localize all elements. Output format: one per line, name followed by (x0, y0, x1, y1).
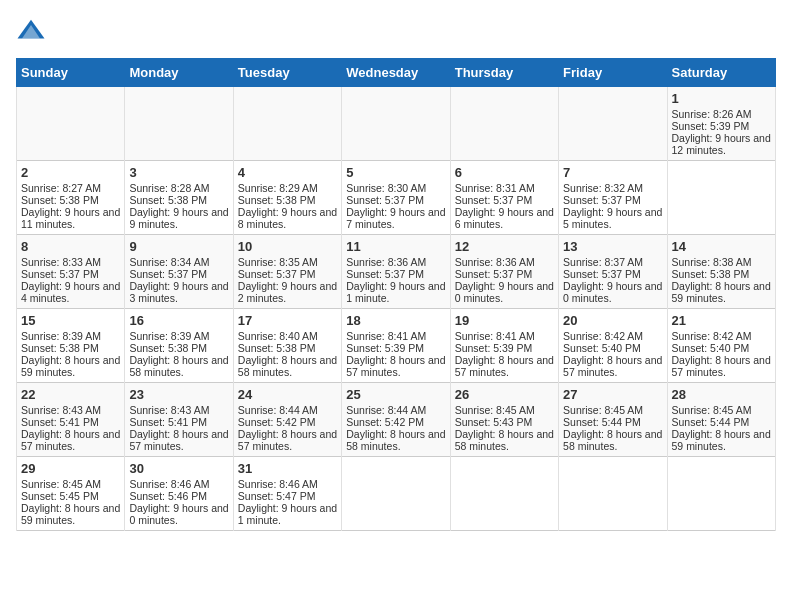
calendar-cell: 5Sunrise: 8:30 AMSunset: 5:37 PMDaylight… (342, 161, 450, 235)
page-header (16, 16, 776, 46)
calendar-cell: 3Sunrise: 8:28 AMSunset: 5:38 PMDaylight… (125, 161, 233, 235)
sunrise: Sunrise: 8:38 AM (672, 256, 752, 268)
sunrise: Sunrise: 8:45 AM (672, 404, 752, 416)
day-number: 16 (129, 313, 228, 328)
day-number: 13 (563, 239, 662, 254)
week-row-6: 29Sunrise: 8:45 AMSunset: 5:45 PMDayligh… (17, 457, 776, 531)
daylight: Daylight: 8 hours and 57 minutes. (346, 354, 445, 378)
daylight: Daylight: 8 hours and 57 minutes. (21, 428, 120, 452)
daylight: Daylight: 9 hours and 4 minutes. (21, 280, 120, 304)
daylight: Daylight: 8 hours and 58 minutes. (455, 428, 554, 452)
daylight: Daylight: 9 hours and 3 minutes. (129, 280, 228, 304)
calendar-cell (559, 457, 667, 531)
day-number: 15 (21, 313, 120, 328)
calendar-cell: 9Sunrise: 8:34 AMSunset: 5:37 PMDaylight… (125, 235, 233, 309)
daylight: Daylight: 8 hours and 58 minutes. (346, 428, 445, 452)
sunset: Sunset: 5:44 PM (563, 416, 641, 428)
calendar-cell: 22Sunrise: 8:43 AMSunset: 5:41 PMDayligh… (17, 383, 125, 457)
sunrise: Sunrise: 8:44 AM (238, 404, 318, 416)
sunset: Sunset: 5:42 PM (238, 416, 316, 428)
sunset: Sunset: 5:45 PM (21, 490, 99, 502)
daylight: Daylight: 8 hours and 59 minutes. (672, 280, 771, 304)
calendar-cell: 4Sunrise: 8:29 AMSunset: 5:38 PMDaylight… (233, 161, 341, 235)
daylight: Daylight: 9 hours and 12 minutes. (672, 132, 771, 156)
sunrise: Sunrise: 8:37 AM (563, 256, 643, 268)
sunrise: Sunrise: 8:46 AM (238, 478, 318, 490)
day-number: 2 (21, 165, 120, 180)
calendar-body: 1Sunrise: 8:26 AMSunset: 5:39 PMDaylight… (17, 87, 776, 531)
sunset: Sunset: 5:38 PM (129, 194, 207, 206)
daylight: Daylight: 8 hours and 58 minutes. (129, 354, 228, 378)
sunset: Sunset: 5:37 PM (563, 268, 641, 280)
day-number: 14 (672, 239, 771, 254)
calendar-cell (450, 457, 558, 531)
daylight: Daylight: 9 hours and 0 minutes. (129, 502, 228, 526)
daylight: Daylight: 9 hours and 0 minutes. (563, 280, 662, 304)
day-number: 11 (346, 239, 445, 254)
week-row-3: 8Sunrise: 8:33 AMSunset: 5:37 PMDaylight… (17, 235, 776, 309)
sunrise: Sunrise: 8:39 AM (21, 330, 101, 342)
calendar-cell: 1Sunrise: 8:26 AMSunset: 5:39 PMDaylight… (667, 87, 775, 161)
calendar-cell (667, 161, 775, 235)
sunset: Sunset: 5:43 PM (455, 416, 533, 428)
logo-icon (16, 16, 46, 46)
calendar-cell (559, 87, 667, 161)
calendar-cell: 6Sunrise: 8:31 AMSunset: 5:37 PMDaylight… (450, 161, 558, 235)
calendar-cell (342, 457, 450, 531)
week-row-2: 2Sunrise: 8:27 AMSunset: 5:38 PMDaylight… (17, 161, 776, 235)
sunrise: Sunrise: 8:44 AM (346, 404, 426, 416)
sunrise: Sunrise: 8:34 AM (129, 256, 209, 268)
daylight: Daylight: 9 hours and 2 minutes. (238, 280, 337, 304)
calendar-cell: 18Sunrise: 8:41 AMSunset: 5:39 PMDayligh… (342, 309, 450, 383)
daylight: Daylight: 8 hours and 58 minutes. (238, 354, 337, 378)
daylight: Daylight: 9 hours and 7 minutes. (346, 206, 445, 230)
day-number: 20 (563, 313, 662, 328)
calendar-cell: 11Sunrise: 8:36 AMSunset: 5:37 PMDayligh… (342, 235, 450, 309)
header-cell-sunday: Sunday (17, 59, 125, 87)
day-number: 17 (238, 313, 337, 328)
sunrise: Sunrise: 8:36 AM (346, 256, 426, 268)
day-number: 29 (21, 461, 120, 476)
calendar-cell (125, 87, 233, 161)
sunset: Sunset: 5:38 PM (21, 342, 99, 354)
sunset: Sunset: 5:38 PM (129, 342, 207, 354)
sunset: Sunset: 5:37 PM (346, 268, 424, 280)
daylight: Daylight: 9 hours and 5 minutes. (563, 206, 662, 230)
calendar-cell (17, 87, 125, 161)
calendar-cell (450, 87, 558, 161)
day-number: 26 (455, 387, 554, 402)
day-number: 10 (238, 239, 337, 254)
sunset: Sunset: 5:39 PM (346, 342, 424, 354)
header-cell-tuesday: Tuesday (233, 59, 341, 87)
sunset: Sunset: 5:39 PM (672, 120, 750, 132)
day-number: 3 (129, 165, 228, 180)
logo (16, 16, 50, 46)
sunrise: Sunrise: 8:42 AM (672, 330, 752, 342)
sunrise: Sunrise: 8:31 AM (455, 182, 535, 194)
sunrise: Sunrise: 8:45 AM (21, 478, 101, 490)
week-row-5: 22Sunrise: 8:43 AMSunset: 5:41 PMDayligh… (17, 383, 776, 457)
sunset: Sunset: 5:37 PM (129, 268, 207, 280)
sunset: Sunset: 5:37 PM (563, 194, 641, 206)
day-number: 8 (21, 239, 120, 254)
week-row-4: 15Sunrise: 8:39 AMSunset: 5:38 PMDayligh… (17, 309, 776, 383)
day-number: 7 (563, 165, 662, 180)
calendar-cell: 8Sunrise: 8:33 AMSunset: 5:37 PMDaylight… (17, 235, 125, 309)
calendar-cell: 26Sunrise: 8:45 AMSunset: 5:43 PMDayligh… (450, 383, 558, 457)
sunrise: Sunrise: 8:26 AM (672, 108, 752, 120)
sunrise: Sunrise: 8:41 AM (455, 330, 535, 342)
sunrise: Sunrise: 8:29 AM (238, 182, 318, 194)
sunrise: Sunrise: 8:46 AM (129, 478, 209, 490)
calendar-cell: 7Sunrise: 8:32 AMSunset: 5:37 PMDaylight… (559, 161, 667, 235)
calendar-cell (342, 87, 450, 161)
sunrise: Sunrise: 8:43 AM (129, 404, 209, 416)
calendar-cell (233, 87, 341, 161)
sunset: Sunset: 5:38 PM (238, 342, 316, 354)
sunrise: Sunrise: 8:42 AM (563, 330, 643, 342)
calendar-cell: 28Sunrise: 8:45 AMSunset: 5:44 PMDayligh… (667, 383, 775, 457)
day-number: 28 (672, 387, 771, 402)
sunset: Sunset: 5:37 PM (455, 194, 533, 206)
daylight: Daylight: 8 hours and 59 minutes. (21, 354, 120, 378)
header-cell-friday: Friday (559, 59, 667, 87)
calendar-cell: 31Sunrise: 8:46 AMSunset: 5:47 PMDayligh… (233, 457, 341, 531)
